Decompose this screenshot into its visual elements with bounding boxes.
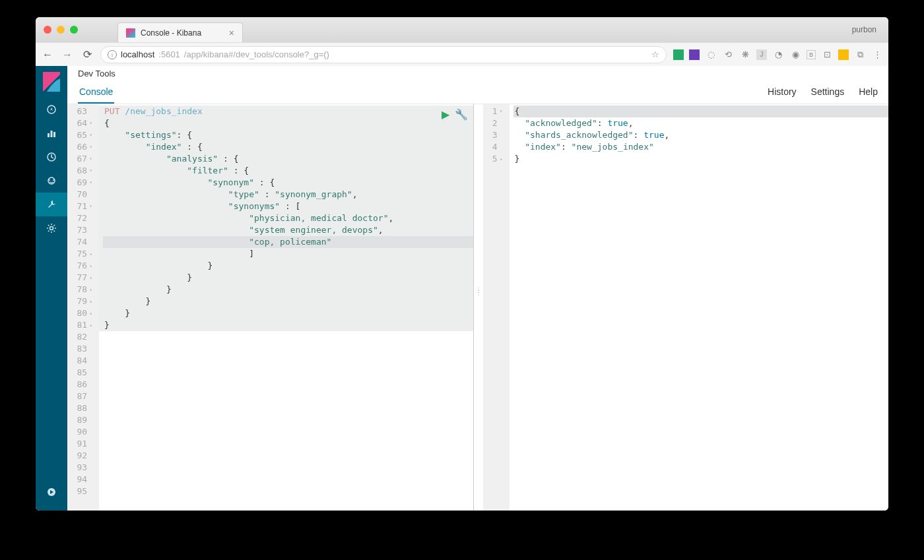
- sidebar-discover-icon[interactable]: [36, 98, 67, 121]
- extension-icon[interactable]: J: [756, 49, 767, 60]
- minimize-window-icon[interactable]: [57, 26, 65, 34]
- url-host: localhost: [121, 49, 154, 59]
- divider-grip-icon: ⋮⋮: [475, 289, 482, 294]
- back-button[interactable]: ←: [41, 48, 54, 61]
- help-link[interactable]: Help: [859, 86, 878, 97]
- extension-icon[interactable]: ◌: [705, 49, 717, 61]
- request-pane: ▶ 🔧 63 64▾65▾66▾67▾68▾69▾70 71▾72 73 74 …: [67, 104, 474, 511]
- breadcrumbs: Dev Tools Console: [78, 63, 116, 104]
- response-code: { "acknowledged": true, "shards_acknowle…: [510, 104, 889, 511]
- chrome-menu-icon[interactable]: ⋮: [871, 49, 883, 61]
- address-bar: ← → ⟳ i localhost:5601/app/kibana#/dev_t…: [36, 42, 888, 66]
- settings-link[interactable]: Settings: [811, 86, 845, 97]
- sidebar-collapse-icon[interactable]: [36, 480, 67, 504]
- kibana-logo[interactable]: [36, 66, 67, 98]
- console-workspace: ▶ 🔧 63 64▾65▾66▾67▾68▾69▾70 71▾72 73 74 …: [67, 104, 888, 511]
- breadcrumb-title: Dev Tools: [78, 63, 116, 78]
- extension-icon[interactable]: ❋: [739, 49, 751, 61]
- main-content: Dev Tools Console History Settings Help …: [67, 66, 888, 511]
- svg-point-8: [50, 227, 53, 230]
- site-info-icon[interactable]: i: [108, 50, 117, 59]
- bookmark-star-icon[interactable]: ☆: [651, 49, 659, 59]
- url-path: /app/kibana#/dev_tools/console?_g=(): [184, 49, 329, 59]
- tab-console[interactable]: Console: [78, 81, 114, 104]
- sidebar-timelion-icon[interactable]: [36, 145, 67, 169]
- sidebar-management-icon[interactable]: [36, 216, 67, 240]
- extension-icon[interactable]: [689, 49, 700, 60]
- svg-rect-1: [48, 133, 50, 137]
- sidebar-visualize-icon[interactable]: [36, 121, 67, 145]
- close-tab-icon[interactable]: ×: [229, 28, 234, 38]
- url-field[interactable]: i localhost:5601/app/kibana#/dev_tools/c…: [100, 46, 667, 63]
- kibana-app: Dev Tools Console History Settings Help …: [36, 66, 888, 511]
- extension-icon[interactable]: ⟲: [722, 49, 734, 61]
- request-gutter: 63 64▾65▾66▾67▾68▾69▾70 71▾72 73 74 75▴7…: [67, 104, 99, 511]
- url-port: :5601: [158, 49, 180, 59]
- kibana-sidebar: [36, 66, 67, 511]
- svg-rect-2: [51, 131, 53, 137]
- extension-icon[interactable]: ⧉: [854, 49, 866, 61]
- close-window-icon[interactable]: [44, 26, 51, 34]
- browser-tab-title: Console - Kibana: [141, 28, 201, 38]
- request-editor[interactable]: 63 64▾65▾66▾67▾68▾69▾70 71▾72 73 74 75▴7…: [67, 104, 473, 511]
- browser-tab[interactable]: Console - Kibana ×: [117, 22, 243, 42]
- request-code[interactable]: PUT /new_jobs_index{ "settings": { "inde…: [99, 104, 473, 511]
- response-editor[interactable]: 1▾2 3 4 5▴ { "acknowledged": true, "shar…: [483, 104, 889, 511]
- sidebar-dev-tools-icon[interactable]: [36, 193, 67, 216]
- pane-divider[interactable]: ⋮⋮: [474, 104, 483, 511]
- extension-icon[interactable]: ⊡: [821, 49, 833, 61]
- extension-icon[interactable]: ◔: [772, 49, 784, 61]
- titlebar: Console - Kibana × purbon: [36, 17, 888, 42]
- history-link[interactable]: History: [768, 86, 797, 97]
- svg-point-7: [53, 179, 54, 181]
- request-actions: ▶ 🔧: [442, 108, 468, 121]
- extensions-tray: ◌ ⟲ ❋ J ◔ ◉ B ⊡ ⧉ ⋮: [673, 49, 883, 61]
- traffic-lights: [42, 26, 78, 34]
- svg-point-6: [49, 179, 50, 181]
- svg-rect-3: [53, 132, 55, 137]
- extension-icon[interactable]: B: [807, 50, 816, 59]
- response-gutter: 1▾2 3 4 5▴: [483, 104, 510, 511]
- run-request-icon[interactable]: ▶: [442, 108, 449, 121]
- app-topbar: Dev Tools Console History Settings Help: [67, 66, 888, 104]
- forward-button[interactable]: →: [61, 48, 74, 61]
- extension-icon[interactable]: [838, 49, 849, 60]
- reload-button[interactable]: ⟳: [81, 48, 94, 61]
- kibana-favicon-icon: [126, 28, 135, 38]
- sidebar-apm-icon[interactable]: [36, 169, 67, 193]
- zoom-window-icon[interactable]: [70, 26, 78, 34]
- chrome-profile-name[interactable]: purbon: [852, 25, 882, 34]
- extension-icon[interactable]: [673, 49, 684, 60]
- browser-window: Console - Kibana × purbon ← → ⟳ i localh…: [36, 17, 888, 511]
- request-options-icon[interactable]: 🔧: [455, 108, 468, 121]
- extension-icon[interactable]: ◉: [789, 49, 801, 61]
- response-pane: 1▾2 3 4 5▴ { "acknowledged": true, "shar…: [483, 104, 889, 511]
